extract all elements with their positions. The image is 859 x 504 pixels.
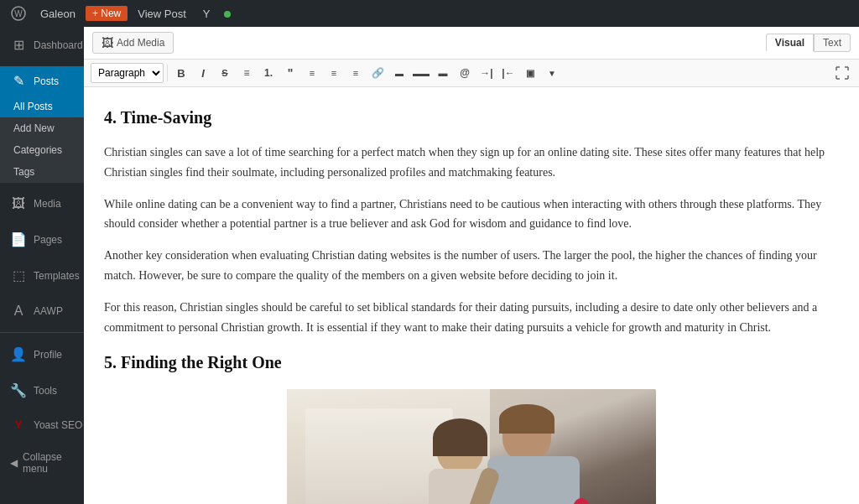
blockquote-button[interactable]: " (280, 63, 300, 83)
para-time-saving-3: Another key consideration when evaluatin… (104, 246, 839, 286)
indent-button[interactable]: →| (476, 63, 497, 83)
sidebar-item-tools[interactable]: 🔧 Tools (0, 376, 84, 405)
sidebar-item-yoast[interactable]: Y Yoast SEO (0, 412, 84, 438)
sidebar-label-tools: Tools (34, 385, 57, 397)
tools-icon: 🔧 (10, 382, 27, 398)
collapse-icon: ◀ (10, 457, 18, 469)
new-button[interactable]: + New (86, 6, 128, 21)
sidebar-item-dashboard[interactable]: ⊞ Dashboard (0, 30, 84, 60)
add-new-label: Add New (13, 122, 55, 134)
media-icon: 🖼 (10, 196, 27, 211)
sidebar-item-pages[interactable]: 📄 Pages (0, 225, 84, 254)
sidebar-label-media: Media (34, 198, 61, 210)
sidebar-label-templates: Templates (34, 270, 80, 282)
sidebar-label-pages: Pages (34, 234, 62, 246)
wp-logo[interactable]: W (7, 2, 30, 25)
categories-label: Categories (13, 144, 62, 156)
sidebar-item-profile[interactable]: 👤 Profile (0, 340, 84, 369)
insert-button[interactable]: ▣ (520, 63, 540, 83)
yoast-icon[interactable]: Y (196, 0, 217, 27)
bold-button[interactable]: B (171, 63, 191, 83)
visual-text-tabs: Visual Text (766, 34, 851, 52)
yoast-seo-icon: Y (10, 418, 27, 431)
aawp-icon: A (10, 304, 27, 319)
heading-finding-right-one: 5. Finding the Right One (104, 349, 839, 376)
templates-icon: ⬚ (10, 268, 27, 283)
outdent-button[interactable]: |← (498, 63, 518, 83)
svg-text:W: W (14, 9, 23, 18)
hr-button[interactable]: ▬ (389, 63, 409, 83)
pages-icon: 📄 (10, 231, 27, 247)
strikethrough-button[interactable]: S (215, 63, 235, 83)
heading-time-saving: 4. Time-Saving (104, 104, 839, 131)
couple-image (287, 389, 656, 504)
link-button[interactable]: 🔗 (367, 63, 388, 83)
add-media-label: Add Media (117, 37, 164, 49)
tab-text[interactable]: Text (814, 34, 851, 52)
sidebar-item-media[interactable]: 🖼 Media (0, 190, 84, 218)
add-media-icon: 🖼 (102, 36, 113, 49)
editor-topbar: 🖼 Add Media Visual Text (84, 27, 859, 60)
site-name[interactable]: Galeon (34, 0, 82, 27)
add-media-button[interactable]: 🖼 Add Media (92, 32, 174, 54)
status-dot (224, 8, 231, 20)
editor-content[interactable]: 4. Time-Saving Christian singles can sav… (84, 87, 859, 504)
align-left-button[interactable]: ≡ (302, 63, 322, 83)
toolbar-toggle[interactable]: ▬ (433, 63, 453, 83)
ordered-list-button[interactable]: 1. (258, 63, 279, 83)
collapse-menu[interactable]: ◀ Collapse menu (0, 444, 84, 481)
admin-bar: W Galeon + New View Post Y (0, 0, 859, 27)
toolbar-sep-1 (167, 65, 168, 81)
sidebar: ⊞ Dashboard ✎ Posts All Posts Add New Ca… (0, 27, 84, 504)
sidebar-item-all-posts[interactable]: All Posts (0, 96, 84, 117)
align-center-button[interactable]: ≡ (324, 63, 344, 83)
sidebar-label-aawp: AAWP (34, 305, 63, 317)
fullscreen-button[interactable] (832, 63, 852, 83)
character-button[interactable]: @ (455, 63, 475, 83)
align-right-button[interactable]: ≡ (346, 63, 366, 83)
para-time-saving-2: While online dating can be a convenient … (104, 195, 839, 235)
editor-toolbar: Paragraph B I S ≡ 1. " ≡ ≡ ≡ 🔗 ▬ ▬▬ ▬ @ … (84, 60, 859, 87)
unordered-list-button[interactable]: ≡ (237, 63, 257, 83)
italic-button[interactable]: I (193, 63, 213, 83)
para-time-saving-4: For this reason, Christian singles shoul… (104, 298, 839, 338)
all-posts-label: All Posts (13, 101, 53, 112)
sidebar-label-posts: Posts (34, 75, 59, 87)
collapse-label: Collapse menu (23, 451, 74, 475)
para-time-saving-1: Christian singles can save a lot of time… (104, 143, 839, 183)
posts-submenu: All Posts Add New Categories Tags (0, 96, 84, 183)
sidebar-item-posts[interactable]: ✎ Posts (0, 66, 84, 96)
dropdown-button[interactable]: ▼ (542, 63, 562, 83)
tab-visual[interactable]: Visual (766, 34, 814, 52)
sidebar-item-aawp[interactable]: A AAWP (0, 297, 84, 325)
dashboard-icon: ⊞ (10, 37, 27, 53)
sidebar-item-categories[interactable]: Categories (0, 139, 84, 161)
read-more-button[interactable]: ▬▬ (411, 63, 431, 83)
editor-area: 🖼 Add Media Visual Text Paragraph B I S … (84, 27, 859, 504)
sidebar-label-profile: Profile (34, 349, 62, 361)
paragraph-select[interactable]: Paragraph (91, 63, 164, 83)
tags-label: Tags (13, 166, 34, 178)
posts-icon: ✎ (10, 73, 27, 89)
profile-icon: 👤 (10, 346, 27, 362)
sidebar-item-tags[interactable]: Tags (0, 161, 84, 183)
sidebar-label-yoast: Yoast SEO (34, 419, 82, 431)
view-post-link[interactable]: View Post (131, 0, 193, 27)
sidebar-label-dashboard: Dashboard (34, 39, 83, 51)
sidebar-item-templates[interactable]: ⬚ Templates (0, 261, 84, 290)
sidebar-item-add-new[interactable]: Add New (0, 117, 84, 139)
